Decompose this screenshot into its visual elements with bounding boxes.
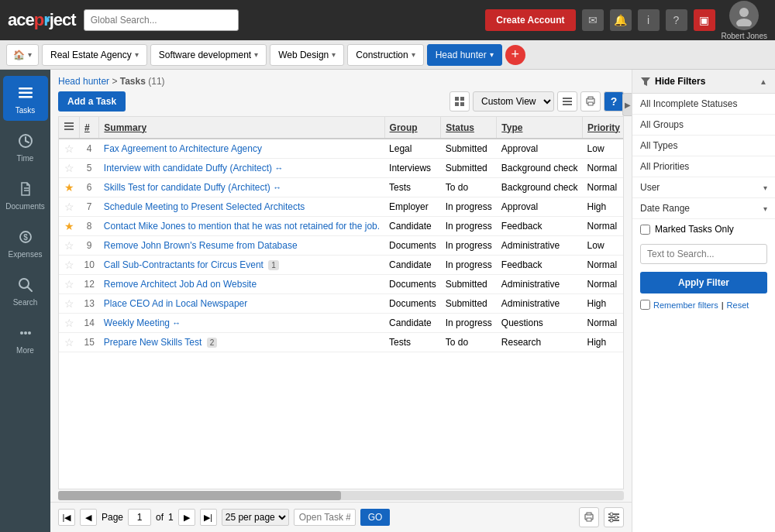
star-icon[interactable]: ☆: [64, 201, 74, 213]
nav-chevron-active: ▾: [490, 50, 494, 59]
table-view-button[interactable]: [557, 91, 577, 112]
col-summary-sort[interactable]: Summary: [104, 122, 146, 133]
task-link[interactable]: Remove John Brown's Resume from Database: [104, 240, 298, 251]
nav-tab-construction[interactable]: Construction ▾: [347, 44, 423, 66]
star-cell[interactable]: ★: [59, 217, 80, 236]
task-link[interactable]: Skills Test for candidate Duffy (Archite…: [104, 182, 270, 193]
star-icon[interactable]: ☆: [64, 317, 74, 329]
task-arrows[interactable]: ↔: [273, 183, 281, 192]
nav-tab-head-hunter[interactable]: Head hunter ▾: [427, 44, 502, 66]
horizontal-scrollbar[interactable]: [58, 491, 624, 500]
task-link[interactable]: Interview with candidate Duffy (Architec…: [104, 163, 272, 173]
col-status-sort[interactable]: Status: [446, 122, 474, 133]
task-link[interactable]: Prepare New Skills Test: [104, 337, 202, 348]
nav-tab-real-estate[interactable]: Real Estate Agency ▾: [42, 44, 147, 66]
star-icon[interactable]: ☆: [64, 239, 74, 252]
star-cell[interactable]: ☆: [59, 294, 80, 314]
info-icon[interactable]: i: [638, 9, 660, 31]
task-link[interactable]: Schedule Meeting to Present Selected Arc…: [104, 201, 305, 212]
per-page-select[interactable]: 25 per page: [222, 509, 289, 526]
sidebar-item-search[interactable]: Search: [3, 268, 48, 313]
filter-collapse-arrow[interactable]: ▶: [622, 93, 632, 116]
content-area: Head hunter > Tasks (11) Add a Task Cust…: [50, 70, 632, 532]
app-logo[interactable]: aceprject: [8, 10, 76, 30]
remember-filters-link[interactable]: Remember filters: [653, 300, 718, 310]
nav-tab-software[interactable]: Software development ▾: [150, 44, 267, 66]
col-group-sort[interactable]: Group: [390, 122, 418, 133]
last-page-button[interactable]: ▶|: [200, 509, 217, 526]
sidebar-item-documents[interactable]: Documents: [3, 172, 48, 217]
task-link[interactable]: Contact Mike Jones to mention that he wa…: [104, 221, 380, 232]
task-link[interactable]: Remove Architect Job Ad on Website: [104, 279, 257, 290]
marked-tasks-checkbox[interactable]: [640, 225, 650, 235]
star-icon[interactable]: ☆: [64, 259, 74, 271]
star-cell[interactable]: ☆: [59, 197, 80, 217]
help-info-button[interactable]: ?: [604, 91, 624, 112]
col-num-sort[interactable]: #: [84, 122, 90, 133]
filter-section-groups[interactable]: All Groups: [632, 115, 775, 136]
sidebar-item-tasks[interactable]: Tasks: [3, 76, 48, 121]
star-cell[interactable]: ☆: [59, 159, 80, 178]
avatar[interactable]: [729, 1, 759, 30]
footer-settings-icon[interactable]: [604, 507, 624, 527]
add-project-button[interactable]: +: [505, 45, 525, 65]
star-cell[interactable]: ☆: [59, 236, 80, 256]
col-type-sort[interactable]: Type: [501, 122, 522, 133]
task-link[interactable]: Fax Agreement to Architecture Agency: [104, 143, 262, 154]
filter-section-priorities[interactable]: All Priorities: [632, 156, 775, 177]
star-cell[interactable]: ★: [59, 178, 80, 197]
star-cell[interactable]: ☆: [59, 333, 80, 352]
mail-icon[interactable]: ✉: [582, 9, 604, 31]
star-icon[interactable]: ☆: [64, 142, 74, 155]
filter-section-statuses[interactable]: All Incomplete Statuses: [632, 94, 775, 115]
create-account-button[interactable]: Create Account: [485, 9, 575, 31]
add-task-button[interactable]: Add a Task: [58, 91, 126, 112]
text-search-input[interactable]: [640, 244, 767, 264]
filter-section-user[interactable]: User ▾: [632, 177, 775, 198]
go-button[interactable]: GO: [360, 509, 391, 526]
print-button[interactable]: [580, 91, 601, 112]
scrollbar-thumb[interactable]: [58, 491, 341, 500]
filter-header[interactable]: Hide Filters ▲: [632, 70, 775, 94]
star-icon[interactable]: ★: [64, 181, 74, 194]
filter-section-types[interactable]: All Types: [632, 136, 775, 156]
task-link[interactable]: Place CEO Ad in Local Newspaper: [104, 298, 247, 309]
reset-link[interactable]: Reset: [727, 300, 749, 310]
sidebar-item-expenses[interactable]: $ Expenses: [3, 220, 48, 265]
breadcrumb-parent-link[interactable]: Head hunter: [58, 76, 109, 87]
sidebar-item-time[interactable]: Time: [3, 124, 48, 169]
star-icon[interactable]: ☆: [64, 336, 74, 348]
star-icon[interactable]: ★: [64, 220, 74, 232]
open-task-input[interactable]: [294, 509, 356, 526]
remember-filters-checkbox[interactable]: [640, 300, 650, 310]
task-link[interactable]: Weekly Meeting: [104, 317, 170, 328]
star-icon[interactable]: ☆: [64, 297, 74, 310]
task-arrows[interactable]: ↔: [172, 318, 181, 328]
next-page-button[interactable]: ▶: [178, 509, 195, 526]
settings-icon[interactable]: ▣: [694, 9, 715, 31]
col-priority-sort[interactable]: Priority: [587, 122, 620, 133]
star-icon[interactable]: ☆: [64, 162, 74, 174]
star-cell[interactable]: ☆: [59, 275, 80, 294]
task-arrows[interactable]: ↔: [274, 163, 283, 173]
page-input[interactable]: [128, 509, 151, 526]
first-page-button[interactable]: |◀: [58, 509, 75, 526]
search-input[interactable]: [84, 9, 239, 31]
nav-tab-web-design[interactable]: Web Design ▾: [270, 44, 344, 66]
col-sort[interactable]: [59, 117, 80, 139]
task-link[interactable]: Call Sub-Contractants for Circus Event: [104, 259, 264, 270]
filter-section-date[interactable]: Date Range ▾: [632, 198, 775, 219]
view-grid-button[interactable]: [450, 91, 470, 112]
apply-filter-button[interactable]: Apply Filter: [640, 272, 767, 293]
custom-view-select[interactable]: Custom View: [473, 91, 554, 112]
nav-tab-home[interactable]: 🏠 ▾: [6, 44, 39, 66]
sidebar-item-more[interactable]: More: [3, 316, 48, 361]
footer-print-icon[interactable]: [579, 507, 599, 527]
star-cell[interactable]: ☆: [59, 256, 80, 275]
star-cell[interactable]: ☆: [59, 314, 80, 333]
notification-icon[interactable]: 🔔: [610, 9, 632, 31]
prev-page-button[interactable]: ◀: [80, 509, 97, 526]
star-cell[interactable]: ☆: [59, 139, 80, 159]
help-icon[interactable]: ?: [666, 9, 687, 31]
star-icon[interactable]: ☆: [64, 278, 74, 290]
